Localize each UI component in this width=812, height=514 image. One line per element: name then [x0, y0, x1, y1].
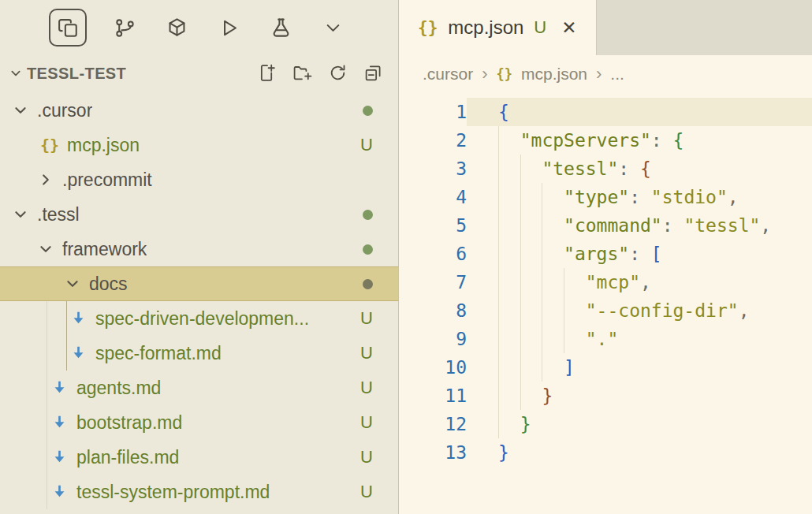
extensions-icon[interactable] [162, 13, 191, 42]
indent-guide [498, 268, 520, 296]
line-number: 3 [399, 155, 467, 183]
code-line-9[interactable]: 9"." [399, 325, 812, 353]
tab-bar: {} mcp.json U ✕ [399, 0, 812, 55]
chevron-down-icon [63, 274, 82, 293]
indent-guide [542, 183, 564, 211]
refresh-icon[interactable] [328, 63, 348, 84]
untracked-badge: U [360, 308, 373, 329]
chevron-right-separator: › [596, 64, 602, 84]
indent-guide [564, 296, 586, 325]
run-debug-icon[interactable] [214, 13, 243, 42]
markdown-icon [49, 482, 69, 502]
indent-guide [498, 211, 520, 240]
new-file-icon[interactable] [257, 63, 277, 84]
code-line-4[interactable]: 4"type": "stdio", [399, 183, 812, 211]
indent-guide [520, 240, 542, 268]
tree-item-bootstrap-md[interactable]: bootstrap.mdU [0, 405, 398, 440]
tree-item-docs[interactable]: docs [0, 266, 398, 301]
line-number: 7 [399, 268, 467, 296]
indent-guide [542, 325, 564, 353]
code-line-8[interactable]: 8"--config-dir", [399, 296, 812, 325]
untracked-badge: U [360, 135, 373, 155]
line-content: "command": "tessl", [467, 211, 812, 240]
line-number: 4 [399, 183, 467, 211]
code-line-12[interactable]: 12} [399, 410, 812, 438]
line-number: 5 [399, 211, 467, 240]
indent-guide [520, 155, 542, 183]
indent-guide [498, 183, 520, 211]
code-line-7[interactable]: 7"mcp", [399, 268, 812, 296]
breadcrumb-item-symbol[interactable]: ... [610, 65, 624, 84]
line-number: 12 [399, 410, 467, 438]
chevron-down-icon[interactable] [318, 13, 347, 42]
tab-mcp-json[interactable]: {} mcp.json U ✕ [399, 0, 597, 55]
tree-item-label: .cursor [37, 100, 92, 121]
markdown-icon [49, 378, 69, 398]
tree-item-mcp-json[interactable]: {}mcp.jsonU [0, 128, 398, 162]
markdown-icon [68, 343, 88, 363]
tab-label: mcp.json [448, 17, 523, 39]
tree-item-label: mcp.json [67, 135, 140, 156]
indent-guide [498, 296, 520, 325]
chevron-right-icon [36, 170, 55, 189]
chevron-down-icon [11, 101, 30, 120]
line-number: 1 [399, 98, 467, 126]
tree-item-spec-driven-developmen[interactable]: spec-driven-developmen...U [0, 301, 398, 336]
tree-item-plan-files-md[interactable]: plan-files.mdU [0, 440, 398, 475]
line-content: ] [467, 353, 812, 382]
tree-item-framework[interactable]: framework [0, 232, 398, 266]
collapse-all-icon[interactable] [363, 63, 384, 84]
line-content: } [467, 438, 812, 467]
editor: {} mcp.json U ✕ .cursor › {} mcp.json › … [399, 0, 812, 514]
chevron-down-icon [8, 65, 24, 81]
new-folder-icon[interactable] [292, 63, 313, 84]
indent-guide [498, 325, 520, 353]
chevron-right-separator: › [482, 64, 487, 84]
breadcrumb-item-mcp-json[interactable]: mcp.json [521, 65, 587, 84]
explorer-section-header[interactable]: TESSL-TEST [0, 55, 398, 91]
indent-guide [564, 268, 586, 296]
source-control-icon[interactable] [110, 13, 139, 42]
tree-item-cursor[interactable]: .cursor [0, 93, 398, 128]
tree-item-agents-md[interactable]: agents.mdU [0, 371, 398, 405]
close-icon[interactable]: ✕ [561, 17, 576, 38]
code-line-13[interactable]: 13} [399, 438, 812, 467]
indent-guide [520, 382, 542, 410]
line-content: "type": "stdio", [467, 183, 812, 211]
tree-item-precommit[interactable]: .precommit [0, 162, 398, 197]
code-line-3[interactable]: 3"tessl": { [399, 155, 812, 183]
app-window: TESSL-TEST .cursor{}mcp.jsonU.precommit.… [0, 0, 812, 514]
code-line-10[interactable]: 10] [399, 353, 812, 382]
line-content: { [467, 98, 812, 126]
line-number: 6 [399, 240, 467, 268]
line-number: 9 [399, 325, 467, 353]
code-line-1[interactable]: 1{ [399, 98, 812, 126]
tree-item-spec-format-md[interactable]: spec-format.mdU [0, 336, 398, 371]
sidebar: TESSL-TEST .cursor{}mcp.jsonU.precommit.… [0, 0, 399, 514]
code-line-2[interactable]: 2"mcpServers": { [399, 126, 812, 155]
breadcrumb: .cursor › {} mcp.json › ... [399, 55, 812, 93]
indent-guide [520, 296, 542, 325]
indent-guide [520, 268, 542, 296]
breadcrumb-item-cursor[interactable]: .cursor [423, 65, 473, 84]
code-line-5[interactable]: 5"command": "tessl", [399, 211, 812, 240]
line-content: "." [467, 325, 812, 353]
testing-icon[interactable] [266, 13, 295, 42]
indent-guide [542, 353, 564, 382]
untracked-badge: U [360, 378, 373, 398]
line-number: 2 [399, 126, 467, 155]
code-line-6[interactable]: 6"args": [ [399, 240, 812, 268]
untracked-badge: U [360, 482, 373, 502]
activity-bar [0, 0, 398, 55]
untracked-badge: U [534, 17, 546, 38]
indent-guide [498, 353, 520, 382]
tree-item-label: docs [89, 274, 128, 295]
tree-item-label: tessl-system-prompt.md [76, 482, 270, 503]
tree-item-tessl-system-prompt-md[interactable]: tessl-system-prompt.mdU [0, 475, 398, 509]
code-line-11[interactable]: 11} [399, 382, 812, 410]
tree-item-tessl[interactable]: .tessl [0, 197, 398, 232]
files-icon[interactable] [49, 9, 87, 47]
tree-item-label: .tessl [37, 204, 80, 225]
line-number: 10 [399, 353, 467, 382]
indent-guide [520, 353, 542, 382]
